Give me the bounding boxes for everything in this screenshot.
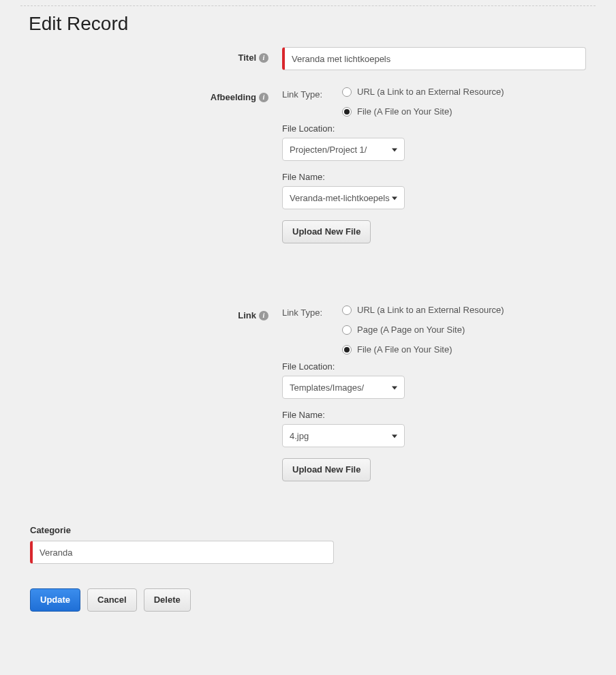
- radio-label: URL (a Link to an External Resource): [357, 87, 504, 97]
- radio-label: File (A File on Your Site): [357, 344, 452, 355]
- afbeelding-radio-url[interactable]: URL (a Link to an External Resource): [342, 87, 504, 97]
- action-bar: Update Cancel Delete: [30, 588, 616, 612]
- select-value: Templates/Images/: [290, 382, 364, 393]
- titel-input[interactable]: [282, 47, 586, 70]
- label-afbeelding-text: Afbeelding: [211, 92, 256, 102]
- categorie-input[interactable]: [30, 541, 334, 564]
- info-icon[interactable]: i: [259, 93, 268, 102]
- update-button[interactable]: Update: [30, 588, 80, 612]
- link-fileloc-label: File Location:: [282, 361, 589, 372]
- link-filename-select[interactable]: 4.jpg: [282, 424, 405, 447]
- row-afbeelding: Afbeelding i Link Type: URL (a Link to a…: [0, 87, 616, 243]
- afbeelding-radio-file[interactable]: File (A File on Your Site): [342, 106, 504, 117]
- radio-label: URL (a Link to an External Resource): [357, 305, 504, 315]
- afbeelding-upload-button[interactable]: Upload New File: [282, 220, 371, 243]
- label-afbeelding: Afbeelding i: [0, 87, 273, 102]
- link-radio-url[interactable]: URL (a Link to an External Resource): [342, 305, 504, 315]
- select-value: Veranda-met-lichtkoepels: [290, 193, 390, 203]
- label-titel-text: Titel: [238, 52, 257, 63]
- page-title: Edit Record: [29, 13, 616, 35]
- info-icon[interactable]: i: [259, 53, 268, 63]
- row-titel: Titel i: [0, 47, 616, 70]
- afbeelding-linktype-label: Link Type:: [282, 87, 330, 100]
- link-fileloc-select[interactable]: Templates/Images/: [282, 376, 405, 399]
- radio-icon: [342, 305, 352, 315]
- link-upload-button[interactable]: Upload New File: [282, 458, 371, 481]
- row-link: Link i Link Type: URL (a Link to an Exte…: [0, 305, 616, 481]
- label-categorie: Categorie: [30, 525, 616, 535]
- afbeelding-filename-select[interactable]: Veranda-met-lichtkoepels: [282, 186, 405, 209]
- link-filename-label: File Name:: [282, 410, 589, 420]
- label-titel: Titel i: [0, 47, 273, 63]
- label-link-text: Link: [238, 310, 256, 320]
- select-value: 4.jpg: [290, 431, 309, 441]
- row-categorie: Categorie: [30, 525, 616, 564]
- label-link: Link i: [0, 305, 273, 320]
- delete-button[interactable]: Delete: [144, 588, 191, 612]
- radio-label: Page (A Page on Your Site): [357, 325, 465, 335]
- info-icon[interactable]: i: [259, 311, 268, 320]
- afbeelding-fileloc-label: File Location:: [282, 123, 589, 134]
- afbeelding-fileloc-select[interactable]: Projecten/Project 1/: [282, 138, 405, 161]
- radio-icon: [342, 107, 352, 117]
- cancel-button[interactable]: Cancel: [87, 588, 137, 612]
- top-divider: [20, 5, 596, 6]
- radio-icon: [342, 325, 352, 335]
- link-radio-page[interactable]: Page (A Page on Your Site): [342, 325, 504, 335]
- radio-icon: [342, 87, 352, 97]
- afbeelding-filename-label: File Name:: [282, 172, 589, 182]
- radio-label: File (A File on Your Site): [357, 106, 452, 117]
- link-linktype-label: Link Type:: [282, 305, 330, 318]
- select-value: Projecten/Project 1/: [290, 145, 367, 155]
- link-radio-file[interactable]: File (A File on Your Site): [342, 344, 504, 355]
- radio-icon: [342, 345, 352, 355]
